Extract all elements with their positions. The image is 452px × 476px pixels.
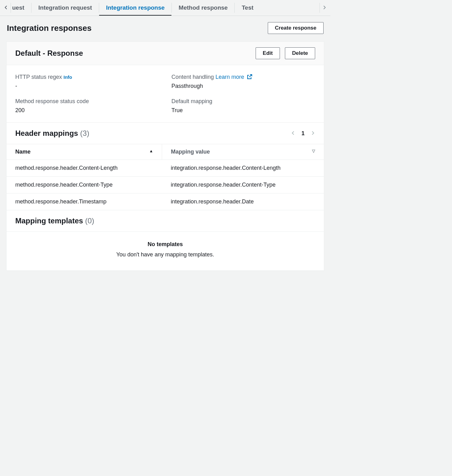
tab-integration-request[interactable]: Integration request [38, 0, 92, 16]
header-mappings-title: Header mappings (3) [15, 129, 89, 138]
field-method-status: Method response status code 200 [15, 98, 159, 114]
header-mappings-count: (3) [80, 129, 89, 137]
tab-separator [234, 3, 235, 13]
header-mappings-pager: 1 [291, 130, 315, 137]
col-value[interactable]: Mapping value ▽ [162, 144, 324, 160]
mapping-templates-empty: No templates You don't have any mapping … [7, 232, 324, 270]
header-name: method.response.header.Content-Length [7, 160, 162, 177]
http-regex-label-text: HTTP status regex [15, 74, 62, 80]
header-mappings-header: Header mappings (3) 1 [7, 123, 324, 144]
chevron-right-icon [311, 131, 315, 135]
method-status-value: 200 [15, 107, 159, 114]
content-handling-learn-link[interactable]: Learn more [215, 74, 252, 80]
response-panel: Default - Response Edit Delete HTTP stat… [6, 41, 324, 271]
edit-button[interactable]: Edit [256, 47, 280, 59]
col-name[interactable]: Name ▲ [7, 144, 162, 160]
sort-asc-icon: ▲ [149, 149, 153, 153]
header-name: method.response.header.Timestamp [7, 193, 162, 210]
pager-next[interactable] [311, 130, 315, 137]
tab-test[interactable]: Test [242, 0, 253, 16]
header-mappings-table: Name ▲ Mapping value ▽ method.response.h… [7, 144, 324, 210]
page-header: Integration responses Create response [6, 22, 324, 34]
chevron-left-icon [4, 5, 8, 10]
http-regex-value: - [15, 83, 159, 89]
tab-method-response[interactable]: Method response [179, 0, 228, 16]
tab-separator [31, 3, 31, 13]
tab-separator [99, 3, 99, 13]
page-body: Integration responses Create response De… [0, 16, 330, 277]
tab-scroll-right[interactable] [320, 2, 329, 14]
chevron-left-icon [291, 131, 295, 135]
learn-more-text: Learn more [215, 74, 244, 80]
http-regex-info-link[interactable]: Info [64, 74, 72, 80]
default-mapping-label: Default mapping [171, 98, 315, 105]
content-handling-value: Passthrough [171, 83, 315, 89]
tab-separator [171, 3, 172, 13]
header-name: method.response.header.Content-Type [7, 177, 162, 193]
tab-scroll-left[interactable] [1, 2, 11, 14]
http-regex-label: HTTP status regex Info [15, 74, 159, 80]
table-row: method.response.header.Content-Type inte… [7, 177, 324, 193]
header-value: integration.response.header.Content-Leng… [162, 160, 324, 177]
content-handling-label: Content handling Learn more [171, 74, 315, 80]
delete-button[interactable]: Delete [285, 47, 315, 59]
tab-integration-response[interactable]: Integration response [106, 0, 165, 16]
mapping-templates-title: Mapping templates (0) [15, 217, 94, 225]
col-value-text: Mapping value [171, 149, 210, 155]
table-row: method.response.header.Content-Length in… [7, 160, 324, 177]
response-details: HTTP status regex Info - Content handlin… [7, 65, 324, 123]
tabs-bar: uest Integration request Integration res… [0, 0, 330, 16]
field-content-handling: Content handling Learn more Passthrough [171, 74, 315, 89]
field-http-regex: HTTP status regex Info - [15, 74, 159, 89]
col-name-text: Name [15, 149, 31, 155]
field-default-mapping: Default mapping True [171, 98, 315, 114]
method-status-label: Method response status code [15, 98, 159, 105]
default-mapping-value: True [171, 107, 315, 114]
response-panel-header: Default - Response Edit Delete [7, 42, 324, 65]
header-value: integration.response.header.Content-Type [162, 177, 324, 193]
empty-title: No templates [13, 241, 318, 248]
create-response-button[interactable]: Create response [268, 22, 324, 34]
mapping-templates-header: Mapping templates (0) [7, 210, 324, 232]
pager-page: 1 [301, 130, 305, 137]
tab-partial[interactable]: uest [11, 0, 24, 16]
page-title: Integration responses [7, 23, 92, 33]
external-link-icon [247, 74, 252, 79]
pager-prev[interactable] [291, 130, 295, 137]
content-handling-label-text: Content handling [171, 74, 214, 80]
header-mappings-title-text: Header mappings [15, 129, 78, 137]
mapping-templates-count: (0) [85, 217, 94, 225]
table-row: method.response.header.Timestamp integra… [7, 193, 324, 210]
tabs-list: uest Integration request Integration res… [11, 0, 320, 16]
chevron-right-icon [322, 5, 327, 10]
response-title: Default - Response [15, 49, 83, 58]
empty-subtitle: You don't have any mapping templates. [13, 251, 318, 258]
sort-icon: ▽ [312, 149, 315, 153]
header-value: integration.response.header.Date [162, 193, 324, 210]
mapping-templates-title-text: Mapping templates [15, 217, 83, 225]
response-actions: Edit Delete [256, 47, 315, 59]
